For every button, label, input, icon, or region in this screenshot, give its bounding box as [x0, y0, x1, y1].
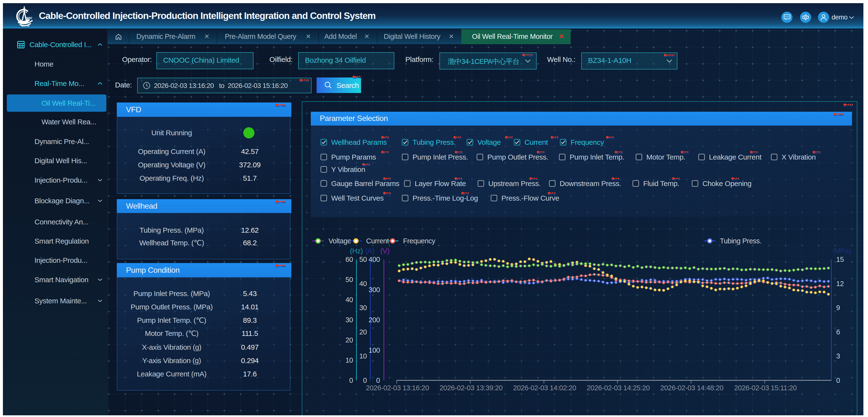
svg-text:50: 50	[345, 276, 353, 284]
svg-text:10: 10	[345, 356, 353, 364]
svg-text:2026-02-03 14:48:20: 2026-02-03 14:48:20	[660, 384, 723, 392]
svg-text:0: 0	[363, 377, 367, 384]
svg-text:(MPa): (MPa)	[833, 247, 851, 255]
svg-text:6: 6	[836, 328, 840, 336]
svg-text:20: 20	[359, 328, 367, 336]
svg-text:(A): (A)	[365, 247, 374, 255]
svg-text:10: 10	[359, 352, 367, 360]
svg-text:300: 300	[369, 286, 380, 294]
svg-text:15: 15	[836, 256, 844, 263]
svg-text:2026-02-03 14:25:20: 2026-02-03 14:25:20	[587, 384, 650, 392]
svg-text:2026-02-03 14:02:20: 2026-02-03 14:02:20	[513, 384, 576, 392]
svg-text:200: 200	[369, 316, 380, 324]
svg-text:50: 50	[359, 256, 367, 263]
svg-text:400: 400	[369, 256, 380, 263]
svg-text:2026-02-03 15:11:20: 2026-02-03 15:11:20	[734, 384, 797, 392]
svg-text:(V): (V)	[380, 247, 389, 255]
svg-text:9: 9	[836, 304, 840, 311]
svg-text:20: 20	[345, 336, 353, 344]
svg-text:60: 60	[345, 256, 353, 263]
svg-text:100: 100	[369, 346, 380, 354]
svg-text:12: 12	[836, 280, 844, 288]
svg-text:0: 0	[349, 377, 353, 384]
svg-text:40: 40	[345, 296, 353, 304]
svg-text:2026-02-03 13:16:20: 2026-02-03 13:16:20	[366, 384, 429, 392]
svg-text:ooc: ooc	[26, 16, 32, 20]
svg-text:40: 40	[359, 280, 367, 288]
svg-text:0: 0	[376, 377, 380, 384]
svg-text:2026-02-03 13:39:20: 2026-02-03 13:39:20	[439, 384, 503, 392]
svg-text:(Hz): (Hz)	[350, 247, 363, 255]
svg-text:30: 30	[345, 316, 353, 324]
svg-text:0: 0	[836, 377, 840, 384]
svg-text:3: 3	[836, 352, 840, 360]
svg-text:30: 30	[359, 304, 367, 311]
